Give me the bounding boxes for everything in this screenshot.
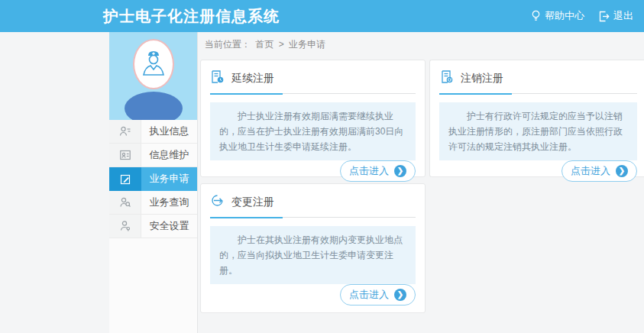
breadcrumb-current: 业务申请	[289, 39, 325, 50]
card-title: 延续注册	[231, 72, 274, 86]
card-continue-registration: 延续注册 护士执业注册有效期届满需要继续执业的，应当在护士执业注册有效期届满前3…	[200, 60, 426, 177]
card-title: 注销注册	[461, 72, 503, 86]
logout-label: 退出	[613, 9, 633, 23]
breadcrumb-prefix: 当前位置：	[205, 39, 251, 50]
user-card-icon	[109, 120, 141, 143]
card-change-registration: 变更注册 护士在其执业注册有效期内变更执业地点的，应当向拟执业地卫生计生委申请变…	[200, 183, 426, 313]
enter-button[interactable]: 点击进入 ❯	[340, 160, 416, 182]
user-avatar-panel	[109, 32, 197, 120]
search-user-icon	[109, 191, 141, 214]
cancel-document-icon	[439, 70, 454, 87]
nurse-icon	[141, 49, 167, 79]
user-key-icon	[109, 215, 141, 238]
main-content: 当前位置： 首页 > 业务申请	[198, 32, 644, 333]
avatar	[133, 39, 174, 89]
breadcrumb: 当前位置： 首页 > 业务申请	[200, 34, 644, 55]
sidebar-item-practice-info[interactable]: 执业信息	[109, 120, 197, 144]
sidebar-item-security-settings[interactable]: 安全设置	[109, 215, 197, 238]
card-footer: 点击进入 ❯	[210, 284, 416, 306]
sidebar: 执业信息 信息维护	[109, 32, 198, 333]
sidebar-item-business-query[interactable]: 业务查询	[109, 191, 197, 215]
app-body: 执业信息 信息维护	[0, 32, 644, 333]
card-title-underline	[210, 93, 416, 94]
sidebar-item-info-maintenance[interactable]: 信息维护	[109, 144, 197, 167]
enter-button-label: 点击进入	[349, 164, 389, 178]
card-header: 注销注册	[439, 70, 637, 87]
help-center-label: 帮助中心	[545, 9, 584, 23]
sidebar-item-business-application[interactable]: 业务申请	[109, 167, 197, 191]
sidebar-menu: 执业信息 信息维护	[109, 120, 197, 238]
sidebar-item-label: 业务申请	[141, 167, 197, 191]
arrow-right-icon: ❯	[394, 165, 406, 177]
card-title: 变更注册	[231, 196, 274, 209]
arrow-right-icon: ❯	[616, 165, 628, 177]
sidebar-item-label: 安全设置	[141, 215, 197, 238]
card-title-underline	[210, 217, 416, 218]
card-description: 护士执业注册有效期届满需要继续执业的，应当在护士执业注册有效期届满前30日向执业…	[210, 102, 416, 160]
sidebar-item-label: 信息维护	[141, 144, 197, 166]
card-footer: 点击进入 ❯	[210, 160, 416, 182]
header-actions: 帮助中心 退出	[531, 9, 633, 23]
enter-button[interactable]: 点击进入 ❯	[340, 284, 416, 306]
enter-button[interactable]: 点击进入 ❯	[561, 160, 637, 182]
breadcrumb-home-link[interactable]: 首页	[255, 39, 273, 50]
card-header: 变更注册	[210, 193, 416, 211]
logout-icon	[598, 11, 610, 22]
card-description: 护士在其执业注册有效期内变更执业地点的，应当向拟执业地卫生计生委申请变更注册。	[210, 226, 416, 284]
card-header: 延续注册	[210, 70, 416, 87]
breadcrumb-separator: >	[279, 39, 284, 50]
app-title: 护士电子化注册信息系统	[103, 6, 280, 27]
service-cards: 延续注册 护士执业注册有效期届满需要继续执业的，应当在护士执业注册有效期届满前3…	[200, 55, 644, 313]
card-footer: 点击进入 ❯	[439, 160, 637, 182]
card-description: 护士有行政许可法规定的应当予以注销执业注册情形的，原注册部门应当依照行政许可法的…	[439, 102, 637, 160]
renew-document-icon	[210, 70, 225, 87]
lightbulb-icon	[531, 10, 541, 22]
left-gutter	[0, 32, 109, 333]
card-cancel-registration: 注销注册 护士有行政许可法规定的应当予以注销执业注册情形的，原注册部门应当依照行…	[429, 60, 644, 177]
enter-button-label: 点击进入	[571, 164, 610, 178]
app-header: 护士电子化注册信息系统 帮助中心 退出	[0, 0, 644, 32]
sidebar-item-label: 执业信息	[141, 120, 197, 143]
change-circle-icon	[210, 193, 225, 211]
help-center-link[interactable]: 帮助中心	[531, 9, 584, 23]
id-photo-icon	[109, 144, 141, 166]
edit-document-icon	[109, 167, 141, 191]
arrow-right-icon: ❯	[394, 289, 406, 301]
sidebar-item-label: 业务查询	[141, 191, 197, 214]
card-title-underline	[439, 93, 637, 94]
logout-link[interactable]: 退出	[598, 9, 633, 23]
enter-button-label: 点击进入	[349, 288, 389, 302]
